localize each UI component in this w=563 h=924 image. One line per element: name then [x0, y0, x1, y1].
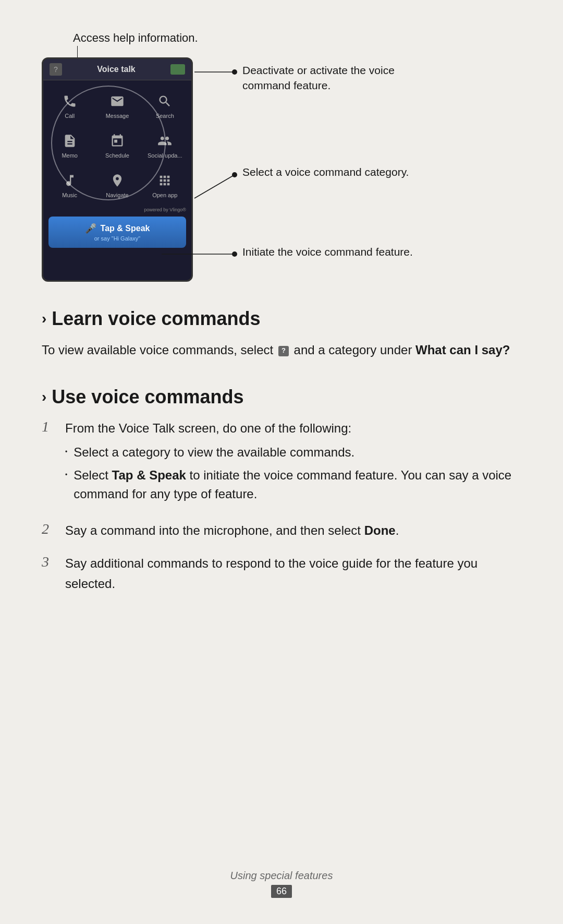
use-section-heading: › Use voice commands	[42, 386, 521, 408]
footer: Using special features 66	[0, 870, 563, 898]
use-section-title: Use voice commands	[52, 386, 243, 408]
step1-bullets: • Select a category to view the availabl…	[65, 443, 521, 503]
access-help-label: Access help information.	[73, 31, 198, 45]
bullet-2: • Select Tap & Speak to initiate the voi…	[65, 466, 521, 503]
step-2: 2 Say a command into the microphone, and…	[42, 521, 521, 541]
footer-page: 66	[271, 885, 292, 898]
learn-chevron-icon: ›	[42, 310, 46, 327]
learn-section-title: Learn voice commands	[52, 308, 260, 330]
use-chevron-icon: ›	[42, 389, 46, 405]
voice-indicator	[170, 64, 185, 75]
annotation-initiate: Initiate the voice command feature.	[242, 244, 414, 259]
grid-call[interactable]: Call	[46, 86, 93, 125]
learn-section-heading: › Learn voice commands	[42, 308, 521, 330]
grid-schedule[interactable]: Schedule	[93, 125, 141, 165]
svg-line-2	[194, 175, 235, 198]
grid-memo[interactable]: Memo	[46, 125, 93, 165]
phone-mockup: ? Voice talk Call	[42, 57, 193, 282]
step-3: 3 Say additional commands to respond to …	[42, 554, 521, 594]
svg-point-3	[232, 172, 237, 177]
bullet-1: • Select a category to view the availabl…	[65, 443, 521, 462]
phone-title: Voice talk	[97, 65, 136, 74]
annotation-deactivate: Deactivate or activate the voice command…	[242, 63, 414, 93]
learn-section-body: To view available voice commands, select…	[42, 340, 521, 360]
grid-message[interactable]: Message	[93, 86, 141, 125]
footer-label: Using special features	[230, 870, 333, 882]
steps-list: 1 From the Voice Talk screen, do one of …	[42, 418, 521, 594]
grid-music[interactable]: Music	[46, 165, 93, 205]
help-icon: ?	[50, 63, 62, 76]
step-1: 1 From the Voice Talk screen, do one of …	[42, 418, 521, 507]
help-icon-inline: ?	[278, 346, 289, 356]
phone-grid: Call Message Search	[43, 80, 191, 210]
grid-navigate[interactable]: Navigate	[93, 165, 141, 205]
mic-icon: 🎤	[85, 223, 96, 234]
annotation-category: Select a voice command category.	[242, 164, 414, 179]
svg-point-5	[232, 251, 237, 257]
diagram-section: Access help information. ? Voice talk	[42, 31, 521, 282]
grid-search[interactable]: Search	[141, 86, 189, 125]
grid-openapp[interactable]: Open app	[141, 165, 189, 205]
svg-point-1	[232, 69, 237, 75]
tap-speak-button[interactable]: 🎤 Tap & Speak or say "Hi Galaxy"	[48, 217, 186, 248]
grid-social[interactable]: Social upda...	[141, 125, 189, 165]
